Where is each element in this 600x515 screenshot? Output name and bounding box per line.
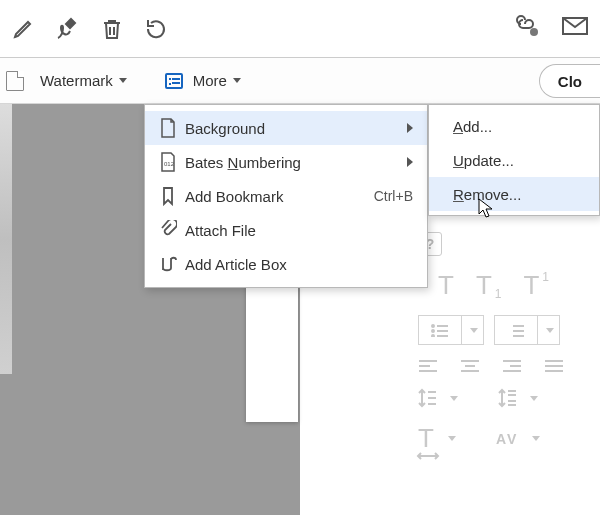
spacing-caret[interactable] xyxy=(450,396,458,401)
numbered-list-caret[interactable] xyxy=(538,315,560,345)
more-dropdown[interactable]: More xyxy=(159,68,247,93)
caret-down-icon xyxy=(233,78,241,83)
bates-icon: 012 xyxy=(155,152,181,172)
submenu-item-remove[interactable]: Remove... xyxy=(429,177,599,211)
char-spacing-icon[interactable]: AV xyxy=(496,431,518,447)
submenu-item-add[interactable]: Add... xyxy=(429,109,599,143)
text-style-icon[interactable]: T xyxy=(438,270,454,301)
menu-item-bates-numbering[interactable]: 012 Bates Numbering xyxy=(145,145,427,179)
more-icon xyxy=(165,73,183,89)
menu-item-attach-file[interactable]: Attach File xyxy=(145,213,427,247)
more-menu: Background 012 Bates Numbering Add Bookm… xyxy=(144,104,428,288)
bookmark-icon xyxy=(155,186,181,206)
caret-down-icon xyxy=(119,78,127,83)
paragraph-spacing-icon[interactable] xyxy=(498,387,516,409)
horizontal-scale-icon[interactable]: T xyxy=(418,423,434,454)
bullet-list-button[interactable] xyxy=(418,315,462,345)
svg-point-6 xyxy=(432,335,434,337)
top-toolbar xyxy=(0,0,600,58)
mail-icon[interactable] xyxy=(558,9,592,43)
svg-point-4 xyxy=(432,330,434,332)
rotate-icon[interactable] xyxy=(136,9,176,49)
paperclip-icon xyxy=(155,220,181,240)
signature-icon[interactable] xyxy=(48,9,88,49)
align-center-icon[interactable] xyxy=(460,359,480,373)
menu-item-add-bookmark[interactable]: Add Bookmark Ctrl+B xyxy=(145,179,427,213)
svg-text:012: 012 xyxy=(164,161,175,167)
subscript-icon[interactable]: T1 xyxy=(523,270,549,301)
hscale-caret[interactable] xyxy=(448,436,456,441)
pencil-edit-icon[interactable] xyxy=(4,9,44,49)
line-spacing-icon[interactable] xyxy=(418,387,436,409)
trash-icon[interactable] xyxy=(92,9,132,49)
numbered-list-button[interactable] xyxy=(494,315,538,345)
align-left-icon[interactable] xyxy=(418,359,438,373)
superscript-icon[interactable]: T1 xyxy=(476,270,502,301)
submenu-arrow-icon xyxy=(407,157,413,167)
background-submenu: Add... Update... Remove... xyxy=(428,104,600,216)
align-justify-icon[interactable] xyxy=(544,359,564,373)
bullet-list-caret[interactable] xyxy=(462,315,484,345)
char-spacing-caret[interactable] xyxy=(532,436,540,441)
submenu-item-update[interactable]: Update... xyxy=(429,143,599,177)
watermark-dropdown[interactable]: Watermark xyxy=(34,68,133,93)
svg-point-2 xyxy=(432,325,434,327)
article-box-icon xyxy=(155,255,181,273)
para-spacing-caret[interactable] xyxy=(530,396,538,401)
align-right-icon[interactable] xyxy=(502,359,522,373)
close-button[interactable]: Clo xyxy=(539,64,600,98)
page-icon xyxy=(155,118,181,138)
svg-point-0 xyxy=(530,28,538,36)
submenu-arrow-icon xyxy=(407,123,413,133)
format-panel: ? T T1 T1 xyxy=(410,224,600,476)
accelerator: Ctrl+B xyxy=(374,188,413,204)
page-thumbnail xyxy=(0,104,12,374)
link-cloud-icon[interactable] xyxy=(510,9,544,43)
watermark-label: Watermark xyxy=(40,72,113,89)
document-icon[interactable] xyxy=(6,71,24,91)
secondary-toolbar: Watermark More Clo xyxy=(0,58,600,104)
more-label: More xyxy=(193,72,227,89)
menu-item-add-article-box[interactable]: Add Article Box xyxy=(145,247,427,281)
menu-item-background[interactable]: Background xyxy=(145,111,427,145)
